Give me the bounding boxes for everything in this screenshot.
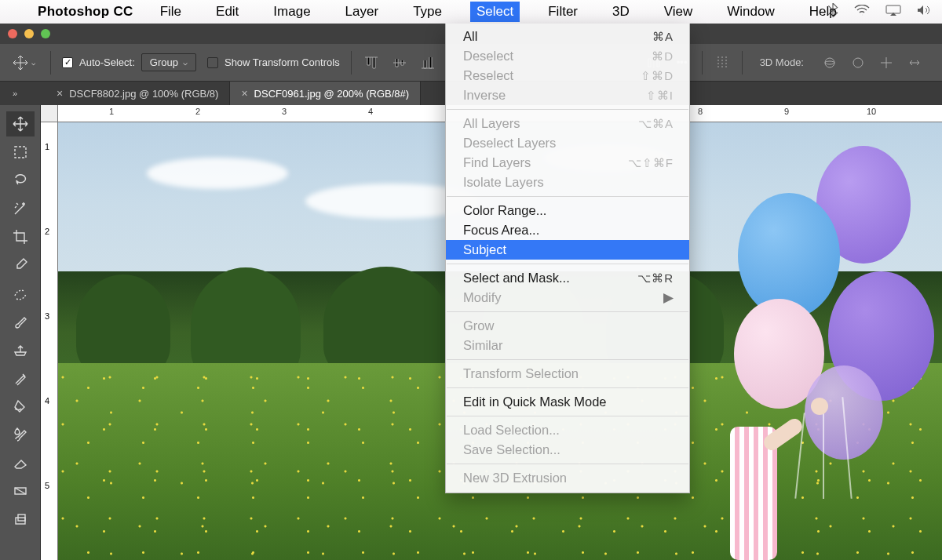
magic-wand-tool[interactable] <box>6 196 35 221</box>
eraser-tool[interactable] <box>6 450 35 475</box>
menu-item-label: All Layers <box>463 116 520 131</box>
menu-item-all-layers: All Layers⌥⌘A <box>446 114 689 133</box>
menu-item-deselect-layers: Deselect Layers <box>446 133 689 153</box>
menu-item-similar: Similar <box>446 336 689 355</box>
gradient-tool[interactable] <box>6 478 35 504</box>
vertical-ruler[interactable]: 12345 <box>41 122 58 560</box>
menu-window[interactable]: Window <box>721 2 780 22</box>
show-transform-checkbox[interactable] <box>207 57 218 68</box>
tab-label: DSCF8802.jpg @ 100% (RGB/8) <box>69 88 218 100</box>
distribute-v-icon[interactable] <box>714 54 731 71</box>
auto-select-label: Auto-Select: <box>79 56 135 68</box>
menu-separator <box>447 264 688 264</box>
menu-item-find-layers: Find Layers⌥⇧⌘F <box>446 153 689 173</box>
align-top-icon[interactable] <box>363 54 380 71</box>
mode-3d-label: 3D Mode: <box>760 56 804 68</box>
menu-item-new-3d-extrusion: New 3D Extrusion <box>446 468 689 488</box>
wifi-icon[interactable] <box>854 4 870 20</box>
menu-item-label: Deselect <box>463 49 513 64</box>
eyedropper-tool[interactable] <box>6 253 35 278</box>
show-transform-option[interactable]: Show Transform Controls <box>207 56 340 68</box>
bluetooth-icon[interactable] <box>827 3 838 21</box>
menu-shortcut: ⌥⌘A <box>638 117 674 131</box>
menu-shortcut: ⌥⌘R <box>637 271 674 285</box>
minimize-window-button[interactable] <box>24 29 34 38</box>
menu-separator <box>447 416 688 416</box>
menu-item-label: Save Selection... <box>463 442 560 457</box>
document-tab[interactable]: ×DSCF8802.jpg @ 100% (RGB/8) <box>46 82 230 105</box>
menu-separator <box>447 359 688 360</box>
current-tool-icon[interactable]: ⌵ <box>8 54 39 71</box>
menu-item-transform-selection: Transform Selection <box>446 364 689 384</box>
zoom-window-button[interactable] <box>41 29 50 38</box>
blur-tool[interactable] <box>6 422 35 447</box>
menu-item-subject[interactable]: Subject <box>446 240 689 260</box>
menu-item-all[interactable]: All⌘A <box>446 27 689 46</box>
align-vcenter-icon[interactable] <box>391 54 408 71</box>
menu-view[interactable]: View <box>658 2 699 22</box>
3d-pan-icon[interactable] <box>878 54 895 71</box>
menu-item-label: Subject <box>463 242 506 257</box>
brush-tool[interactable] <box>6 309 35 334</box>
3d-roll-icon[interactable] <box>849 54 867 71</box>
menu-item-label: All <box>463 29 477 44</box>
auto-select-option[interactable]: ✓ Auto-Select: Group⌵ <box>62 53 196 71</box>
menu-item-load-selection: Load Selection... <box>446 420 689 440</box>
svg-point-5 <box>853 58 863 67</box>
menu-image[interactable]: Image <box>267 2 316 22</box>
tab-label: DSCF0961.jpg @ 200% (RGB/8#) <box>254 88 409 100</box>
lasso-tool[interactable] <box>6 168 35 193</box>
auto-select-checkbox[interactable]: ✓ <box>62 57 73 68</box>
ruler-corner <box>41 105 58 122</box>
menu-item-grow: Grow <box>446 316 689 336</box>
menu-edit[interactable]: Edit <box>210 2 245 22</box>
volume-icon[interactable] <box>917 4 931 20</box>
paint-bucket-tool[interactable] <box>6 394 35 419</box>
collapse-panels-icon[interactable]: » <box>3 82 27 105</box>
menu-filter[interactable]: Filter <box>542 2 584 22</box>
menu-item-label: Grow <box>463 318 494 333</box>
crop-tool[interactable] <box>6 224 35 249</box>
select-menu-dropdown: All⌘ADeselect⌘DReselect⇧⌘DInverse⇧⌘IAll … <box>445 24 690 493</box>
close-window-button[interactable] <box>8 29 17 38</box>
menu-item-label: Modify <box>463 290 502 305</box>
menu-3d[interactable]: 3D <box>606 2 636 22</box>
document-tab[interactable]: ×DSCF0961.jpg @ 200% (RGB/8#) <box>230 82 421 105</box>
menu-item-focus-area[interactable]: Focus Area... <box>446 220 689 240</box>
menu-file[interactable]: File <box>154 2 188 22</box>
menu-separator <box>447 109 688 110</box>
menu-item-isolate-layers: Isolate Layers <box>446 173 689 192</box>
pen-tool[interactable] <box>6 507 35 532</box>
close-tab-icon[interactable]: × <box>57 87 63 100</box>
menu-separator <box>447 464 688 464</box>
menu-item-select-and-mask[interactable]: Select and Mask...⌥⌘R <box>446 268 689 288</box>
move-tool[interactable] <box>6 111 35 136</box>
menu-item-label: Transform Selection <box>463 366 579 381</box>
menu-shortcut: ⇧⌘I <box>646 89 674 103</box>
marquee-tool[interactable] <box>6 140 35 165</box>
menu-item-inverse: Inverse⇧⌘I <box>446 85 689 105</box>
menu-item-color-range[interactable]: Color Range... <box>446 201 689 220</box>
svg-rect-6 <box>15 147 26 158</box>
system-tray <box>827 3 931 21</box>
healing-brush-tool[interactable] <box>6 281 35 306</box>
menu-item-modify: Modify▶ <box>446 288 689 307</box>
3d-orbit-icon[interactable] <box>821 54 838 71</box>
history-brush-tool[interactable] <box>6 365 35 391</box>
clone-stamp-tool[interactable] <box>6 337 35 362</box>
airplay-icon[interactable] <box>885 4 901 20</box>
3d-slide-icon[interactable] <box>906 54 923 71</box>
menu-item-label: New 3D Extrusion <box>463 471 567 485</box>
close-tab-icon[interactable]: × <box>241 87 247 100</box>
align-bottom-icon[interactable] <box>419 54 436 71</box>
menu-type[interactable]: Type <box>407 2 448 22</box>
menu-item-label: Focus Area... <box>463 223 539 238</box>
menu-layer[interactable]: Layer <box>339 2 385 22</box>
menu-item-edit-in-quick-mask-mode[interactable]: Edit in Quick Mask Mode <box>446 392 689 412</box>
auto-select-dropdown[interactable]: Group⌵ <box>141 53 196 71</box>
menu-select[interactable]: Select <box>470 2 520 22</box>
menu-item-label: Isolate Layers <box>463 175 544 190</box>
app-name[interactable]: Photoshop CC <box>38 4 133 20</box>
menu-item-label: Edit in Quick Mask Mode <box>463 395 606 409</box>
menu-separator <box>447 387 688 388</box>
